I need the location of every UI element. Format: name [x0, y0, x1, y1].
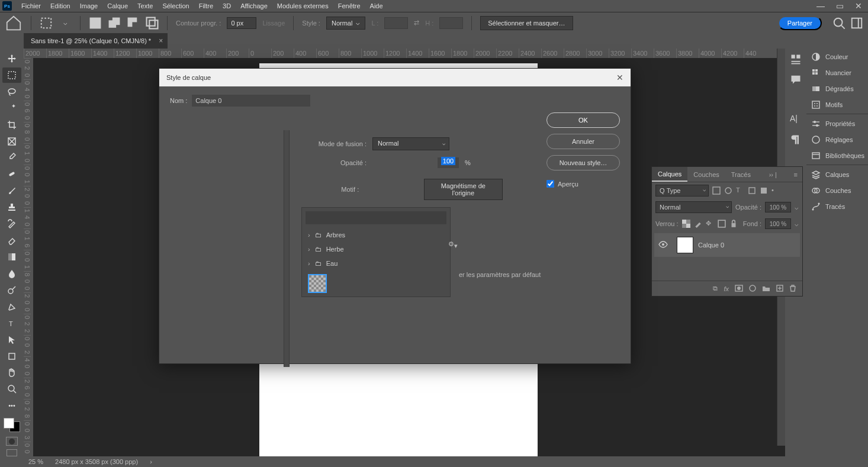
- fill-value[interactable]: 100 %: [765, 218, 791, 229]
- new-selection-icon[interactable]: [89, 17, 102, 30]
- screenmode-icon[interactable]: [7, 449, 17, 456]
- new-style-button[interactable]: Nouveau style…: [546, 155, 620, 170]
- pattern-thumbnail-selected[interactable]: [308, 274, 327, 293]
- wand-tool-icon[interactable]: [2, 101, 21, 116]
- layer-name[interactable]: Calque 0: [698, 241, 724, 249]
- healing-tool-icon[interactable]: [2, 166, 21, 182]
- panel-couches[interactable]: Couches: [806, 182, 868, 198]
- brush-tool-icon[interactable]: [2, 183, 21, 198]
- snap-origin-button[interactable]: Magnétisme de l'origine: [424, 179, 503, 200]
- opacity-chevron-icon[interactable]: ⌵: [795, 204, 799, 211]
- tab-calques[interactable]: Calques: [652, 167, 687, 182]
- color-swatches[interactable]: [4, 418, 20, 432]
- menu-edition[interactable]: Edition: [46, 2, 75, 9]
- add-selection-icon[interactable]: [108, 17, 121, 30]
- menu-selection[interactable]: Sélection: [157, 2, 194, 9]
- lasso-tool-icon[interactable]: [2, 84, 21, 99]
- gradient-tool-icon[interactable]: [2, 249, 21, 265]
- pattern-settings-icon[interactable]: ⚙▾: [448, 240, 458, 250]
- fill-chevron-icon[interactable]: ⌵: [795, 220, 799, 228]
- marquee-preset-icon[interactable]: [40, 17, 53, 30]
- name-input[interactable]: [192, 95, 310, 107]
- panel-reglages[interactable]: Réglages: [806, 131, 868, 147]
- marquee-tool-icon[interactable]: [2, 67, 21, 83]
- link-layers-icon[interactable]: ⧉: [713, 285, 718, 292]
- quickmask-icon[interactable]: [6, 437, 18, 445]
- panel-bibliotheques[interactable]: Bibliothèques: [806, 147, 868, 163]
- frame-tool-icon[interactable]: [2, 134, 21, 149]
- lock-position-icon[interactable]: ✥: [706, 220, 714, 228]
- menu-texte[interactable]: Texte: [133, 2, 157, 9]
- style-dropdown[interactable]: Normal⌵: [326, 17, 365, 30]
- hand-tool-icon[interactable]: [2, 365, 21, 381]
- opacity-input[interactable]: 100: [438, 157, 459, 168]
- zoom-tool-icon[interactable]: [2, 381, 21, 397]
- blur-tool-icon[interactable]: [2, 266, 21, 281]
- lock-pixels-icon[interactable]: [694, 220, 702, 228]
- panel-collapse-icon[interactable]: ›› |: [764, 171, 782, 178]
- pattern-folder-eau[interactable]: ›🗀Eau: [302, 256, 450, 270]
- window-maximize-icon[interactable]: ▭: [830, 0, 849, 12]
- stamp-tool-icon[interactable]: [2, 199, 21, 215]
- window-close-icon[interactable]: ✕: [849, 0, 868, 12]
- crop-tool-icon[interactable]: [2, 117, 21, 133]
- menu-fenetre[interactable]: Fenêtre: [333, 2, 365, 9]
- delete-layer-icon[interactable]: [789, 285, 796, 293]
- panel-menu-icon[interactable]: ≡: [789, 171, 802, 178]
- visibility-icon[interactable]: [654, 241, 672, 249]
- home-button[interactable]: [5, 15, 22, 31]
- dialog-titlebar[interactable]: Style de calque ✕: [159, 69, 631, 86]
- document-tab[interactable]: Sans titre-1 @ 25% (Calque 0, CMJN/8) * …: [24, 33, 168, 49]
- lock-transparent-icon[interactable]: [682, 220, 690, 228]
- zoom-level[interactable]: 25 %: [28, 458, 43, 465]
- panel-proprietes[interactable]: Propriétés: [806, 115, 868, 131]
- panel-traces[interactable]: Tracés: [806, 198, 868, 214]
- panel-motifs[interactable]: Motifs: [806, 96, 868, 112]
- history-brush-tool-icon[interactable]: [2, 216, 21, 231]
- panel-nuancier[interactable]: Nuancier: [806, 65, 868, 80]
- filter-type-icon[interactable]: T: [736, 186, 744, 195]
- blend-mode-select[interactable]: Normal: [372, 137, 449, 150]
- menu-modules[interactable]: Modules externes: [272, 2, 333, 9]
- intersect-selection-icon[interactable]: [146, 17, 159, 30]
- menu-image[interactable]: Image: [75, 2, 103, 9]
- dialog-close-icon[interactable]: ✕: [616, 73, 623, 82]
- more-tools-icon[interactable]: •••: [2, 398, 21, 413]
- mask-icon[interactable]: [735, 285, 743, 293]
- menu-calque[interactable]: Calque: [102, 2, 133, 9]
- move-tool-icon[interactable]: [2, 51, 21, 66]
- adjustment-layer-icon[interactable]: [749, 285, 756, 293]
- menu-fichier[interactable]: Fichier: [17, 2, 46, 9]
- preview-checkbox[interactable]: [546, 180, 554, 188]
- eyedropper-tool-icon[interactable]: [2, 150, 21, 166]
- select-and-mask-button[interactable]: Sélectionner et masquer…: [480, 16, 573, 30]
- new-layer-icon[interactable]: [776, 285, 783, 293]
- pattern-folder-arbres[interactable]: ›🗀Arbres: [302, 228, 450, 242]
- cancel-button[interactable]: Annuler: [546, 134, 620, 149]
- filter-shape-icon[interactable]: [748, 186, 756, 195]
- filter-toggle-icon[interactable]: •: [771, 186, 780, 195]
- doc-info-chevron-icon[interactable]: ›: [150, 458, 152, 465]
- window-minimize-icon[interactable]: —: [811, 0, 830, 12]
- opacity-value[interactable]: 100 %: [765, 202, 791, 212]
- lock-artboard-icon[interactable]: [718, 220, 726, 228]
- subtract-selection-icon[interactable]: [127, 17, 140, 30]
- eraser-tool-icon[interactable]: [2, 233, 21, 248]
- filter-smart-icon[interactable]: [760, 186, 768, 195]
- search-icon[interactable]: [832, 17, 846, 30]
- panel-degrades[interactable]: Dégradés: [806, 80, 868, 96]
- properties-collapsed-icon[interactable]: [790, 53, 802, 65]
- pattern-search[interactable]: [306, 211, 446, 224]
- paragraph-panel-icon[interactable]: [790, 134, 802, 146]
- comments-icon[interactable]: [790, 73, 802, 85]
- pen-tool-icon[interactable]: [2, 299, 21, 314]
- type-tool-icon[interactable]: T: [2, 315, 21, 331]
- layer-thumbnail[interactable]: [677, 237, 693, 253]
- lock-all-icon[interactable]: [729, 220, 738, 228]
- blend-mode-dropdown[interactable]: Normal: [655, 201, 732, 213]
- ok-button[interactable]: OK: [546, 112, 620, 128]
- menu-filtre[interactable]: Filtre: [194, 2, 218, 9]
- layer-filter-dropdown[interactable]: Q Type: [655, 185, 709, 197]
- layer-row[interactable]: Calque 0: [654, 233, 800, 257]
- panel-calques[interactable]: Calques: [806, 166, 868, 182]
